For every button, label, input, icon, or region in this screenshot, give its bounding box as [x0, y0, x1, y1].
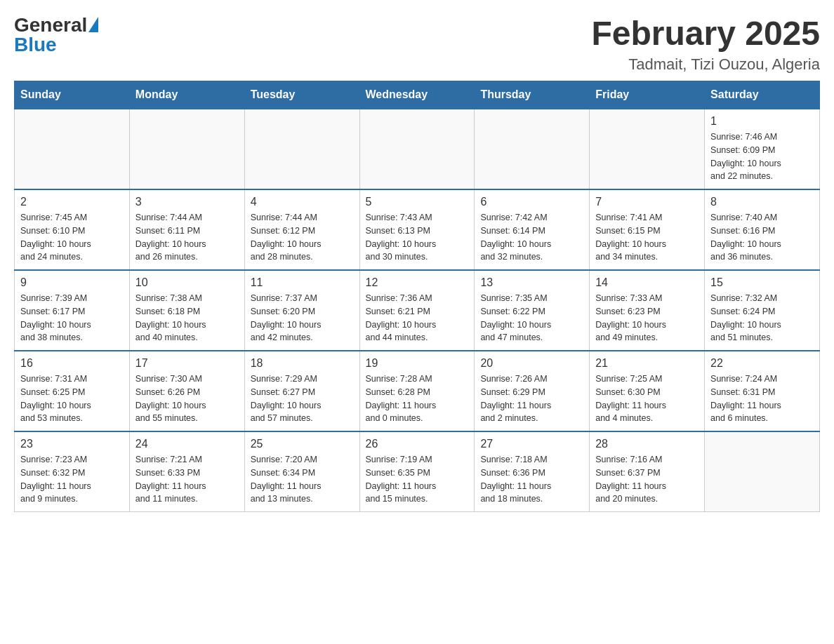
day-info: Sunrise: 7:39 AM Sunset: 6:17 PM Dayligh…	[20, 292, 124, 344]
calendar-cell: 1Sunrise: 7:46 AM Sunset: 6:09 PM Daylig…	[705, 109, 820, 189]
day-number: 19	[366, 357, 469, 370]
month-title: February 2025	[591, 14, 820, 53]
calendar-cell: 18Sunrise: 7:29 AM Sunset: 6:27 PM Dayli…	[244, 351, 359, 431]
calendar-cell: 27Sunrise: 7:18 AM Sunset: 6:36 PM Dayli…	[475, 431, 590, 512]
day-info: Sunrise: 7:36 AM Sunset: 6:21 PM Dayligh…	[366, 292, 469, 344]
day-info: Sunrise: 7:38 AM Sunset: 6:18 PM Dayligh…	[135, 292, 239, 344]
day-number: 5	[366, 196, 469, 208]
day-info: Sunrise: 7:44 AM Sunset: 6:12 PM Dayligh…	[251, 211, 354, 264]
logo-blue-text: Blue	[14, 34, 98, 56]
day-info: Sunrise: 7:28 AM Sunset: 6:28 PM Dayligh…	[366, 373, 469, 425]
calendar-cell: 20Sunrise: 7:26 AM Sunset: 6:29 PM Dayli…	[475, 351, 590, 431]
day-number: 25	[251, 438, 354, 450]
page-header: General Blue February 2025 Tadmait, Tizi…	[14, 14, 820, 74]
calendar-cell: 6Sunrise: 7:42 AM Sunset: 6:14 PM Daylig…	[475, 189, 590, 270]
calendar-cell: 25Sunrise: 7:20 AM Sunset: 6:34 PM Dayli…	[244, 431, 359, 512]
calendar-cell	[129, 109, 244, 189]
day-number: 8	[710, 196, 814, 208]
weekday-header-friday: Friday	[590, 81, 705, 109]
calendar-cell: 13Sunrise: 7:35 AM Sunset: 6:22 PM Dayli…	[475, 270, 590, 351]
calendar-cell: 24Sunrise: 7:21 AM Sunset: 6:33 PM Dayli…	[129, 431, 244, 512]
calendar-cell: 9Sunrise: 7:39 AM Sunset: 6:17 PM Daylig…	[15, 270, 130, 351]
day-info: Sunrise: 7:21 AM Sunset: 6:33 PM Dayligh…	[135, 453, 239, 506]
calendar-cell	[15, 109, 130, 189]
day-number: 10	[135, 276, 239, 289]
day-number: 26	[366, 438, 469, 450]
calendar-cell: 23Sunrise: 7:23 AM Sunset: 6:32 PM Dayli…	[15, 431, 130, 512]
day-info: Sunrise: 7:20 AM Sunset: 6:34 PM Dayligh…	[251, 453, 354, 506]
day-number: 9	[20, 276, 124, 289]
week-row-4: 16Sunrise: 7:31 AM Sunset: 6:25 PM Dayli…	[15, 351, 820, 431]
day-info: Sunrise: 7:19 AM Sunset: 6:35 PM Dayligh…	[366, 453, 469, 506]
day-number: 23	[20, 438, 124, 450]
day-number: 2	[20, 196, 124, 208]
calendar-cell: 19Sunrise: 7:28 AM Sunset: 6:28 PM Dayli…	[359, 351, 475, 431]
day-info: Sunrise: 7:26 AM Sunset: 6:29 PM Dayligh…	[480, 373, 583, 425]
day-number: 16	[20, 357, 124, 370]
location-title: Tadmait, Tizi Ouzou, Algeria	[591, 55, 820, 74]
day-info: Sunrise: 7:32 AM Sunset: 6:24 PM Dayligh…	[710, 292, 814, 344]
day-number: 18	[251, 357, 354, 370]
day-info: Sunrise: 7:35 AM Sunset: 6:22 PM Dayligh…	[480, 292, 583, 344]
day-info: Sunrise: 7:30 AM Sunset: 6:26 PM Dayligh…	[135, 373, 239, 425]
day-info: Sunrise: 7:25 AM Sunset: 6:30 PM Dayligh…	[595, 373, 699, 425]
calendar-cell	[705, 431, 820, 512]
day-info: Sunrise: 7:33 AM Sunset: 6:23 PM Dayligh…	[595, 292, 699, 344]
day-info: Sunrise: 7:40 AM Sunset: 6:16 PM Dayligh…	[710, 211, 814, 264]
weekday-header-row: SundayMondayTuesdayWednesdayThursdayFrid…	[15, 81, 820, 109]
calendar-cell: 17Sunrise: 7:30 AM Sunset: 6:26 PM Dayli…	[129, 351, 244, 431]
weekday-header-wednesday: Wednesday	[359, 81, 475, 109]
day-number: 1	[710, 115, 814, 128]
calendar-cell: 12Sunrise: 7:36 AM Sunset: 6:21 PM Dayli…	[359, 270, 475, 351]
calendar-cell	[475, 109, 590, 189]
calendar-cell: 15Sunrise: 7:32 AM Sunset: 6:24 PM Dayli…	[705, 270, 820, 351]
title-block: February 2025 Tadmait, Tizi Ouzou, Alger…	[591, 14, 820, 74]
day-info: Sunrise: 7:18 AM Sunset: 6:36 PM Dayligh…	[480, 453, 583, 506]
day-number: 6	[480, 196, 583, 208]
day-number: 4	[251, 196, 354, 208]
day-info: Sunrise: 7:37 AM Sunset: 6:20 PM Dayligh…	[251, 292, 354, 344]
day-number: 27	[480, 438, 583, 450]
logo: General Blue	[14, 14, 98, 56]
calendar-cell: 7Sunrise: 7:41 AM Sunset: 6:15 PM Daylig…	[590, 189, 705, 270]
day-number: 3	[135, 196, 239, 208]
calendar-cell: 16Sunrise: 7:31 AM Sunset: 6:25 PM Dayli…	[15, 351, 130, 431]
calendar-cell: 26Sunrise: 7:19 AM Sunset: 6:35 PM Dayli…	[359, 431, 475, 512]
day-info: Sunrise: 7:45 AM Sunset: 6:10 PM Dayligh…	[20, 211, 124, 264]
calendar-cell	[590, 109, 705, 189]
calendar-cell	[244, 109, 359, 189]
calendar-cell: 10Sunrise: 7:38 AM Sunset: 6:18 PM Dayli…	[129, 270, 244, 351]
day-number: 22	[710, 357, 814, 370]
week-row-1: 1Sunrise: 7:46 AM Sunset: 6:09 PM Daylig…	[15, 109, 820, 189]
calendar-cell: 14Sunrise: 7:33 AM Sunset: 6:23 PM Dayli…	[590, 270, 705, 351]
day-number: 7	[595, 196, 699, 208]
calendar-cell: 28Sunrise: 7:16 AM Sunset: 6:37 PM Dayli…	[590, 431, 705, 512]
calendar-cell: 8Sunrise: 7:40 AM Sunset: 6:16 PM Daylig…	[705, 189, 820, 270]
day-info: Sunrise: 7:44 AM Sunset: 6:11 PM Dayligh…	[135, 211, 239, 264]
calendar-cell: 21Sunrise: 7:25 AM Sunset: 6:30 PM Dayli…	[590, 351, 705, 431]
day-number: 20	[480, 357, 583, 370]
weekday-header-thursday: Thursday	[475, 81, 590, 109]
day-number: 14	[595, 276, 699, 289]
weekday-header-monday: Monday	[129, 81, 244, 109]
day-number: 13	[480, 276, 583, 289]
week-row-2: 2Sunrise: 7:45 AM Sunset: 6:10 PM Daylig…	[15, 189, 820, 270]
day-info: Sunrise: 7:29 AM Sunset: 6:27 PM Dayligh…	[251, 373, 354, 425]
logo-triangle-icon	[88, 17, 98, 32]
day-info: Sunrise: 7:43 AM Sunset: 6:13 PM Dayligh…	[366, 211, 469, 264]
day-info: Sunrise: 7:23 AM Sunset: 6:32 PM Dayligh…	[20, 453, 124, 506]
weekday-header-sunday: Sunday	[15, 81, 130, 109]
day-info: Sunrise: 7:16 AM Sunset: 6:37 PM Dayligh…	[595, 453, 699, 506]
calendar-cell: 4Sunrise: 7:44 AM Sunset: 6:12 PM Daylig…	[244, 189, 359, 270]
day-info: Sunrise: 7:46 AM Sunset: 6:09 PM Dayligh…	[710, 130, 814, 183]
day-number: 21	[595, 357, 699, 370]
day-info: Sunrise: 7:41 AM Sunset: 6:15 PM Dayligh…	[595, 211, 699, 264]
day-number: 28	[595, 438, 699, 450]
calendar-cell: 11Sunrise: 7:37 AM Sunset: 6:20 PM Dayli…	[244, 270, 359, 351]
calendar-cell: 22Sunrise: 7:24 AM Sunset: 6:31 PM Dayli…	[705, 351, 820, 431]
day-number: 17	[135, 357, 239, 370]
weekday-header-saturday: Saturday	[705, 81, 820, 109]
week-row-5: 23Sunrise: 7:23 AM Sunset: 6:32 PM Dayli…	[15, 431, 820, 512]
calendar-table: SundayMondayTuesdayWednesdayThursdayFrid…	[14, 81, 820, 512]
calendar-cell: 2Sunrise: 7:45 AM Sunset: 6:10 PM Daylig…	[15, 189, 130, 270]
